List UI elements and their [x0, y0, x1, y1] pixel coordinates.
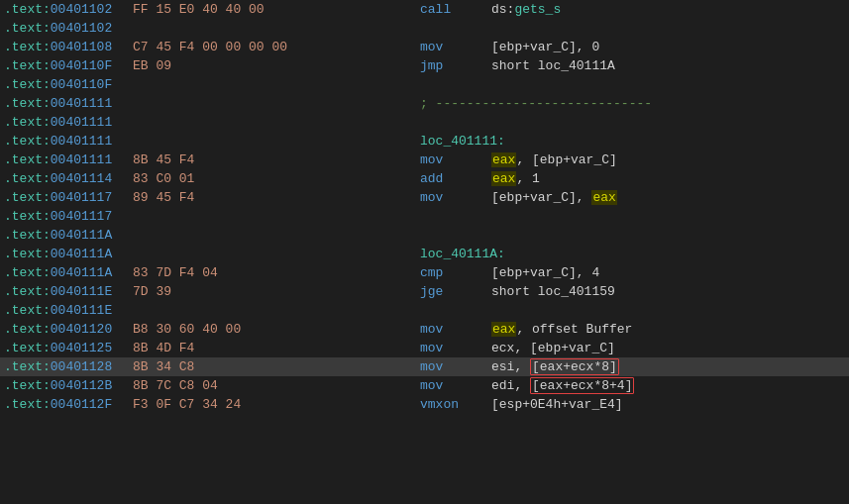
- bytes: 8B 34 C8: [133, 359, 331, 374]
- operand: [ebp+var_C], 4: [491, 265, 599, 280]
- operand: short loc_40111A: [491, 58, 615, 73]
- bytes: C7 45 F4 00 00 00 00: [133, 40, 331, 54]
- address: .text:0040111E: [4, 303, 133, 318]
- operand: ecx, [ebp+var_C]: [491, 341, 615, 355]
- address: .text:00401108: [4, 40, 133, 54]
- operand: edi, [eax+ecx*8+4]: [491, 378, 634, 393]
- bytes: B8 30 60 40 00: [133, 322, 331, 337]
- mnemonic: mov: [420, 40, 491, 54]
- table-row: .text:004011118B 45 F4moveax, [ebp+var_C…: [0, 151, 849, 169]
- table-row: .text:00401102: [0, 19, 849, 38]
- table-row: .text:0040110F: [0, 75, 849, 94]
- left-column: .text:00401111: [4, 115, 420, 130]
- right-column: mov[ebp+var_C], eax: [420, 190, 845, 205]
- address: .text:00401111: [4, 152, 133, 167]
- right-column: vmxon[esp+0E4h+var_E4]: [420, 397, 845, 412]
- address: .text:00401125: [4, 341, 133, 355]
- left-column: .text:0040111A: [4, 247, 420, 261]
- table-row: .text:0040111E7D 39jgeshort loc_401159: [0, 282, 849, 301]
- address: .text:0040112F: [4, 397, 133, 412]
- address: .text:00401117: [4, 190, 133, 205]
- mnemonic: mov: [420, 152, 491, 167]
- address: .text:0040111A: [4, 265, 133, 280]
- mnemonic: call: [420, 2, 491, 17]
- left-column: .text:0040111E7D 39: [4, 284, 420, 299]
- table-row: .text:00401108C7 45 F4 00 00 00 00mov[eb…: [0, 38, 849, 56]
- right-column: addeax, 1: [420, 171, 845, 186]
- mnemonic: jge: [420, 284, 491, 299]
- bytes: 8B 4D F4: [133, 341, 331, 355]
- right-column: movesi, [eax+ecx*8]: [420, 359, 845, 374]
- bytes: 83 7D F4 04: [133, 265, 331, 280]
- right-column: moveax, offset Buffer: [420, 322, 845, 337]
- left-column: .text:0040111A83 7D F4 04: [4, 265, 420, 280]
- table-row: .text:0040112B8B 7C C8 04movedi, [eax+ec…: [0, 376, 849, 395]
- address: .text:00401114: [4, 171, 133, 186]
- table-row: .text:0040111A: [0, 226, 849, 245]
- left-column: .text:00401108C7 45 F4 00 00 00 00: [4, 40, 420, 54]
- right-column: loc_40111A:: [420, 247, 845, 261]
- table-row: .text:00401111loc_401111:: [0, 132, 849, 151]
- bytes: 83 C0 01: [133, 171, 331, 186]
- right-column: movecx, [ebp+var_C]: [420, 341, 845, 355]
- address: .text:00401111: [4, 115, 133, 130]
- bytes: 7D 39: [133, 284, 331, 299]
- table-row: .text:00401111: [0, 113, 849, 132]
- separator-comment: ; ----------------------------: [420, 96, 652, 111]
- address: .text:00401111: [4, 96, 133, 111]
- bytes: 8B 7C C8 04: [133, 378, 331, 393]
- left-column: .text:004011118B 45 F4: [4, 152, 420, 167]
- table-row: .text:004011258B 4D F4movecx, [ebp+var_C…: [0, 339, 849, 357]
- operand: [ebp+var_C], 0: [491, 40, 599, 54]
- label: loc_40111A:: [420, 247, 505, 261]
- table-row: .text:0040110FEB 09jmpshort loc_40111A: [0, 56, 849, 75]
- left-column: .text:004011258B 4D F4: [4, 341, 420, 355]
- table-row: .text:00401102FF 15 E0 40 40 00callds:ge…: [0, 0, 849, 19]
- mnemonic: mov: [420, 322, 491, 337]
- right-column: movedi, [eax+ecx*8+4]: [420, 378, 845, 393]
- address: .text:00401117: [4, 209, 133, 224]
- right-column: mov[ebp+var_C], 0: [420, 40, 845, 54]
- left-column: .text:00401117: [4, 209, 420, 224]
- operand: ds:gets_s: [491, 2, 561, 17]
- mnemonic: cmp: [420, 265, 491, 280]
- right-column: ; ----------------------------: [420, 96, 845, 111]
- table-row: .text:0040111E: [0, 301, 849, 320]
- right-column: callds:gets_s: [420, 2, 845, 17]
- operand: [ebp+var_C], eax: [491, 190, 617, 205]
- mnemonic: add: [420, 171, 491, 186]
- left-column: .text:00401102FF 15 E0 40 40 00: [4, 2, 420, 17]
- operand: eax, [ebp+var_C]: [491, 152, 617, 167]
- table-row: .text:00401120B8 30 60 40 00moveax, offs…: [0, 320, 849, 339]
- left-column: .text:0040112FF3 0F C7 34 24: [4, 397, 420, 412]
- table-row: .text:0040111789 45 F4mov[ebp+var_C], ea…: [0, 188, 849, 207]
- table-row: .text:004011288B 34 C8movesi, [eax+ecx*8…: [0, 357, 849, 376]
- address: .text:0040112B: [4, 378, 133, 393]
- mnemonic: vmxon: [420, 397, 491, 412]
- table-row: .text:00401111; ------------------------…: [0, 94, 849, 113]
- table-row: .text:00401117: [0, 207, 849, 226]
- left-column: .text:0040110FEB 09: [4, 58, 420, 73]
- mnemonic: jmp: [420, 58, 491, 73]
- left-column: .text:00401120B8 30 60 40 00: [4, 322, 420, 337]
- bytes: EB 09: [133, 58, 331, 73]
- bytes: 89 45 F4: [133, 190, 331, 205]
- address: .text:00401128: [4, 359, 133, 374]
- operand: eax, offset Buffer: [491, 322, 632, 337]
- address: .text:0040110F: [4, 77, 133, 92]
- operand: esi, [eax+ecx*8]: [491, 359, 619, 374]
- mnemonic: mov: [420, 359, 491, 374]
- left-column: .text:0040111483 C0 01: [4, 171, 420, 186]
- table-row: .text:0040112FF3 0F C7 34 24vmxon[esp+0E…: [0, 395, 849, 414]
- address: .text:00401102: [4, 2, 133, 17]
- table-row: .text:0040111A83 7D F4 04cmp[ebp+var_C],…: [0, 263, 849, 282]
- right-column: jmpshort loc_40111A: [420, 58, 845, 73]
- address: .text:0040111A: [4, 247, 133, 261]
- address: .text:00401111: [4, 134, 133, 149]
- disassembly-view: .text:00401102FF 15 E0 40 40 00callds:ge…: [0, 0, 849, 414]
- address: .text:00401102: [4, 21, 133, 36]
- mnemonic: mov: [420, 378, 491, 393]
- label: loc_401111:: [420, 134, 505, 149]
- address: .text:0040111A: [4, 228, 133, 243]
- left-column: .text:0040111A: [4, 228, 420, 243]
